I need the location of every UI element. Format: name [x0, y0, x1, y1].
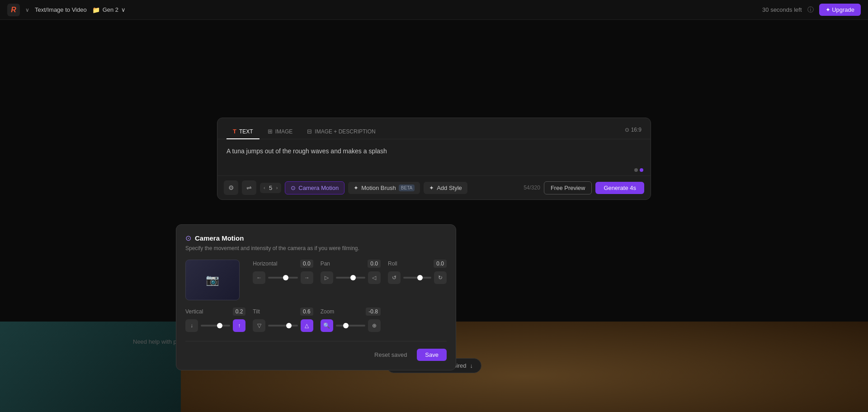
roll-label: Roll: [388, 260, 397, 267]
model-selector[interactable]: 📁 Gen 2 ∨: [92, 6, 126, 14]
speed-control: ‹ 5 ›: [260, 183, 281, 193]
speed-value: 5: [267, 185, 274, 191]
dot-2: [640, 168, 643, 172]
zoom-value: -0.8: [366, 308, 381, 316]
horizontal-label: Horizontal: [253, 260, 277, 267]
image-tab-label: IMAGE: [275, 128, 293, 135]
tilt-up-btn[interactable]: △: [301, 319, 313, 332]
app-logo: R: [7, 4, 20, 16]
tab-image-desc[interactable]: ⊟ IMAGE + DESCRIPTION: [301, 124, 382, 139]
image-desc-tab-icon: ⊟: [307, 128, 312, 135]
roll-thumb: [417, 275, 423, 280]
pan-thumb: [350, 275, 356, 280]
logo-chevron[interactable]: ∨: [25, 7, 29, 13]
model-label: Gen 2: [103, 6, 118, 13]
zoom-out-btn[interactable]: 🔍: [321, 319, 333, 332]
popup-footer: Reset saved Save: [185, 341, 447, 361]
popup-title: Camera Motion: [195, 234, 244, 242]
pan-left-btn[interactable]: ▷: [321, 271, 333, 284]
image-desc-tab-label: IMAGE + DESCRIPTION: [315, 128, 375, 135]
zoom-control: Zoom -0.8 🔍 ⊕: [321, 308, 381, 332]
feeling-stuck-arrow: ↓: [470, 362, 473, 369]
tilt-thumb: [286, 323, 292, 328]
save-button[interactable]: Save: [417, 349, 447, 361]
motion-icon-button[interactable]: ⇌: [242, 180, 256, 195]
horizontal-control: Horizontal 0.0 ← →: [253, 260, 313, 284]
timer-text: 30 seconds left: [762, 6, 802, 13]
camera-popup-icon: ⊙: [185, 234, 191, 242]
pan-slider[interactable]: [336, 277, 365, 279]
horizontal-thumb: [283, 275, 288, 280]
top-nav: R ∨ Text/Image to Video 📁 Gen 2 ∨ 30 sec…: [0, 0, 868, 20]
roll-slider[interactable]: [403, 277, 431, 279]
dot-1: [634, 168, 638, 172]
add-style-icon: ✦: [429, 185, 434, 191]
roll-left-btn[interactable]: ↺: [388, 271, 401, 284]
pan-value: 0.0: [368, 260, 381, 268]
app-name: Text/Image to Video: [35, 6, 87, 13]
settings-icon-button[interactable]: ⚙: [224, 180, 238, 195]
generate-button[interactable]: Generate 4s: [595, 182, 644, 194]
tilt-down-btn[interactable]: ▽: [253, 319, 265, 332]
beta-badge: BETA: [399, 185, 415, 191]
tilt-control: Tilt 0.6 ▽ △: [253, 308, 313, 332]
horizontal-left-btn[interactable]: ←: [253, 271, 265, 284]
free-preview-button[interactable]: Free Preview: [544, 181, 592, 194]
vertical-value: 0.2: [233, 308, 246, 316]
camera-preview: 📷: [185, 260, 240, 300]
pan-label: Pan: [321, 260, 330, 267]
aspect-ratio-icon: ⊙: [625, 127, 629, 133]
horizontal-right-btn[interactable]: →: [301, 271, 313, 284]
speed-decrease[interactable]: ‹: [264, 185, 265, 190]
vertical-thumb: [217, 323, 222, 328]
char-count: 54/320: [524, 185, 540, 191]
model-chevron: ∨: [121, 6, 126, 13]
image-tab-icon: ⊞: [268, 128, 273, 135]
horizontal-slider[interactable]: [268, 277, 297, 279]
roll-right-btn[interactable]: ↻: [434, 271, 447, 284]
popup-subtitle: Specify the movement and intensity of th…: [185, 245, 447, 251]
aspect-ratio-value: 16:9: [631, 127, 642, 133]
prompt-area[interactable]: A tuna jumps out of the rough waves and …: [217, 139, 651, 175]
nav-right: 30 seconds left ⓘ ✦ Upgrade: [762, 4, 861, 16]
dots-indicator: [634, 168, 643, 172]
reset-saved-button[interactable]: Reset saved: [369, 349, 412, 361]
info-icon: ⓘ: [807, 6, 814, 14]
strip-image-left: [0, 322, 181, 412]
motion-brush-icon: ✦: [354, 185, 359, 191]
folder-icon: 📁: [92, 6, 100, 14]
camera-motion-label: Camera Motion: [298, 185, 339, 191]
add-style-button[interactable]: ✦ Add Style: [424, 182, 467, 194]
zoom-in-btn[interactable]: ⊕: [368, 319, 381, 332]
popup-header: ⊙ Camera Motion: [185, 234, 447, 242]
motion-brush-button[interactable]: ✦ Motion Brush BETA: [348, 182, 420, 194]
zoom-slider[interactable]: [336, 325, 365, 327]
text-tab-icon: T: [233, 128, 236, 135]
tab-text[interactable]: T TEXT: [226, 124, 259, 139]
tilt-slider[interactable]: [268, 325, 297, 327]
vertical-slider[interactable]: [201, 325, 230, 327]
toolbar-row: ⚙ ⇌ ‹ 5 › ⊙ Camera Motion ✦ Motion Brush…: [217, 175, 651, 199]
nav-left: R ∨ Text/Image to Video 📁 Gen 2 ∨: [7, 4, 126, 16]
vertical-label: Vertical: [185, 308, 203, 315]
controls-row-1: Horizontal 0.0 ← → Pan 0.0 ▷: [185, 260, 447, 300]
horizontal-value: 0.0: [300, 260, 313, 268]
vertical-down-btn[interactable]: ↓: [185, 319, 198, 332]
pan-right-btn[interactable]: ◁: [368, 271, 381, 284]
aspect-ratio[interactable]: ⊙ 16:9: [625, 127, 642, 137]
tabs-row: T TEXT ⊞ IMAGE ⊟ IMAGE + DESCRIPTION ⊙ 1…: [217, 118, 651, 139]
speed-increase[interactable]: ›: [276, 185, 278, 190]
upgrade-button[interactable]: ✦ Upgrade: [819, 4, 861, 16]
text-tab-label: TEXT: [239, 128, 253, 135]
roll-value: 0.0: [434, 260, 447, 268]
main-area: T TEXT ⊞ IMAGE ⊟ IMAGE + DESCRIPTION ⊙ 1…: [0, 20, 868, 412]
vertical-control: Vertical 0.2 ↓ ↑: [185, 308, 245, 332]
motion-brush-label: Motion Brush: [361, 185, 396, 191]
camera-motion-button[interactable]: ⊙ Camera Motion: [285, 181, 344, 194]
camera-preview-icon: 📷: [206, 274, 219, 286]
roll-control: Roll 0.0 ↺ ↻: [388, 260, 447, 284]
zoom-label: Zoom: [321, 308, 335, 315]
vertical-up-btn[interactable]: ↑: [233, 319, 245, 332]
zoom-thumb: [343, 323, 349, 328]
tab-image[interactable]: ⊞ IMAGE: [261, 124, 299, 139]
